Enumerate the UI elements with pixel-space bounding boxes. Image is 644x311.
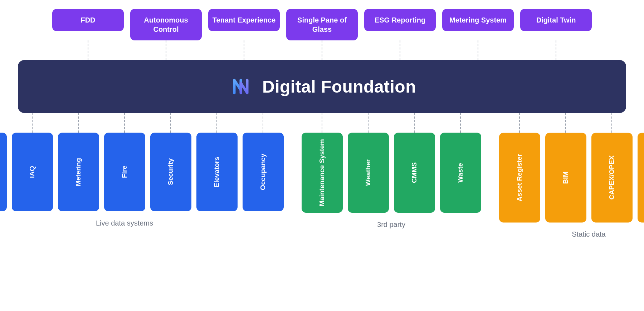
dashed-line [519,113,520,133]
group-label-static-data: Static data [572,230,606,238]
bottom-box-live-data-1: IAQ [12,133,53,211]
top-box-autonomous-control: Autonomous Control [130,9,202,40]
dashed-line [322,40,322,60]
bottom-box-live-data-0: HVAC [0,133,7,211]
dashed-line [478,40,478,60]
bottom-conn-col-static-data-3 [638,113,644,133]
dashed-line [78,113,79,133]
bottom-box-third-party-2: CMMS [394,133,435,213]
bottom-box-static-data-2: CAPEX/OPEX [591,133,633,222]
top-connector-tenant-experience [208,40,280,60]
bottom-conn-col-live-data-5 [196,113,238,133]
dashed-line [414,113,415,133]
bottom-box-static-data-0: Asset Register [499,133,540,222]
bottom-box-third-party-3: Waste [440,133,481,213]
group-label-live-data: Live data systems [96,219,153,227]
dashed-line [460,113,461,133]
dashed-line [322,113,322,133]
top-connector-metering-system [442,40,514,60]
top-box-tenant-experience: Tenant Experience [208,9,280,31]
bottom-conn-col-third-party-0 [302,113,343,133]
top-connector-single-pane-of-glass [286,40,358,60]
bottom-conn-group-static-data [499,113,644,133]
top-box-single-pane-of-glass: Single Pane of Glass [286,9,358,40]
bottom-conn-col-third-party-3 [440,113,481,133]
bottom-conn-group-live-data [0,113,284,133]
bottom-box-live-data-3: Fire [104,133,145,211]
top-connector-digital-twin [520,40,592,60]
top-connectors [18,40,626,60]
group-label-third-party: 3rd party [377,221,405,229]
dashed-line [166,40,166,60]
bottom-box-static-data-3: Maintenance Schedules [638,133,644,222]
bottom-box-live-data-2: Metering [58,133,99,211]
dashed-line [565,113,566,133]
bottom-box-static-data-1: BIM [545,133,586,222]
dashed-line [556,40,556,60]
bottom-boxes-third-party: Maintenance SystemWeatherCMMSWaste [302,133,481,213]
foundation-title: Digital Foundation [262,77,416,97]
dashed-line [170,113,171,133]
bottom-box-third-party-0: Maintenance System [302,133,343,213]
bottom-conn-col-live-data-3 [104,113,145,133]
top-boxes-row: FDDAutonomous ControlTenant ExperienceSi… [18,9,626,40]
top-box-metering-system: Metering System [442,9,514,31]
dashed-line [244,40,244,60]
dashed-line [368,113,369,133]
bottom-group-static-data: Asset RegisterBIMCAPEX/OPEXMaintenance S… [499,133,644,238]
bottom-boxes-live-data: HVACIAQMeteringFireSecurityElevatorsOccu… [0,133,284,211]
top-box-digital-twin: Digital Twin [520,9,592,31]
bottom-connectors-wrap [18,113,626,133]
bottom-conn-col-third-party-2 [394,113,435,133]
bottom-row: HVACIAQMeteringFireSecurityElevatorsOccu… [18,133,626,238]
top-connector-esg-reporting [364,40,436,60]
foundation-logo [228,74,254,99]
bottom-conn-col-live-data-6 [243,113,284,133]
dashed-line [263,113,263,133]
bottom-conn-col-live-data-4 [150,113,191,133]
bottom-box-live-data-4: Security [150,133,191,211]
bottom-conn-col-live-data-0 [0,113,7,133]
bottom-group-third-party: Maintenance SystemWeatherCMMSWaste3rd pa… [302,133,481,229]
diagram-wrapper: FDDAutonomous ControlTenant ExperienceSi… [18,9,626,302]
dashed-line [32,113,33,133]
bottom-conn-col-static-data-0 [499,113,540,133]
top-box-esg-reporting: ESG Reporting [364,9,436,31]
dashed-line [400,40,400,60]
dashed-line [611,113,612,133]
bottom-conn-col-static-data-1 [545,113,586,133]
dashed-line [124,113,125,133]
bottom-conn-col-third-party-1 [348,113,389,133]
bottom-box-live-data-5: Elevators [196,133,238,211]
bottom-conn-col-static-data-2 [591,113,633,133]
top-connector-fdd [52,40,124,60]
bottom-conn-group-third-party [302,113,481,133]
dashed-line [88,40,88,60]
top-box-fdd: FDD [52,9,124,31]
bottom-box-third-party-1: Weather [348,133,389,213]
bottom-box-live-data-6: Occupancy [243,133,284,211]
foundation-box: Digital Foundation [18,60,626,113]
bottom-boxes-static-data: Asset RegisterBIMCAPEX/OPEXMaintenance S… [499,133,644,222]
bottom-conn-col-live-data-1 [12,113,53,133]
top-connector-autonomous-control [130,40,202,60]
bottom-conn-col-live-data-2 [58,113,99,133]
dashed-line [216,113,217,133]
bottom-group-live-data: HVACIAQMeteringFireSecurityElevatorsOccu… [0,133,284,227]
